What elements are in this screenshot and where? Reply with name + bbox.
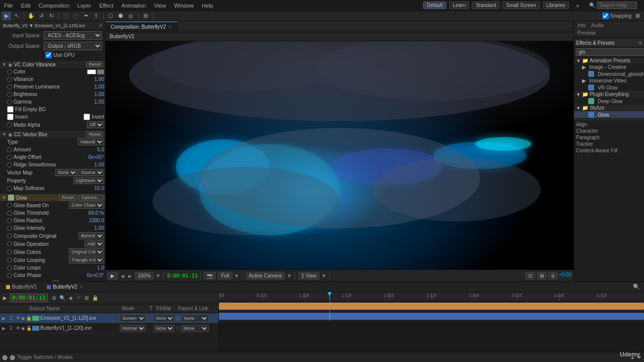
ccvb-ridge-value[interactable]: 1.00	[87, 162, 104, 167]
vc-brightness-value[interactable]: 1.00	[87, 92, 104, 97]
glow-effect-item[interactable]: Glow	[574, 111, 644, 118]
stylize-header[interactable]: ▼ 📁 Stylize	[574, 105, 644, 111]
toggle-switches-label[interactable]: Toggle Switches / Modes	[17, 354, 73, 360]
glow-thresh-value[interactable]: 60.0 %	[87, 210, 104, 216]
menu-edit[interactable]: Edit	[17, 2, 35, 10]
layer-row-2[interactable]: ▶ 2 👁 ◉ 🔓 ButterflyV1_[1-120].exr Normal	[0, 323, 218, 333]
immersive-video-item[interactable]: ▶ Immersive Video	[574, 77, 644, 84]
vc-vibrance-value[interactable]: 1.00	[87, 76, 104, 82]
camera-btn[interactable]: 📷	[204, 272, 216, 280]
glow-op-circle[interactable]	[7, 241, 12, 246]
tl-lock-icon[interactable]: 🔒	[91, 295, 99, 301]
tl-track-1[interactable]	[219, 301, 644, 311]
vr-glow-item[interactable]: VR Glow	[574, 84, 644, 91]
glow-radius-circle[interactable]	[7, 218, 12, 223]
tl-search-icon[interactable]: 🔍	[633, 284, 640, 290]
tl-shy-icon[interactable]: ♡	[75, 295, 82, 301]
glow-basedon-dropdown[interactable]: Color Channels	[69, 202, 104, 209]
ccvb-reset-btn[interactable]: Reset	[86, 131, 103, 137]
ccvb-softness-value[interactable]: 15.0	[87, 186, 104, 191]
tl-toggle-icon[interactable]: ⊞	[84, 295, 90, 301]
tl-track-2[interactable]	[219, 311, 644, 321]
menu-view[interactable]: View	[150, 2, 170, 10]
tool-redo[interactable]: ↻	[47, 12, 56, 21]
glow-phase-circle[interactable]	[7, 273, 12, 278]
align-panel-label[interactable]: Align	[576, 121, 642, 128]
layer-2-trkmat-dropdown[interactable]: None	[153, 325, 175, 332]
ccvb-softness-circle[interactable]	[7, 186, 12, 191]
layer-2-parent-link[interactable]: ⬡	[176, 326, 180, 331]
tool-light[interactable]: ⬢	[116, 12, 125, 21]
tool-arrow[interactable]: ↖	[12, 12, 21, 21]
menu-layer[interactable]: Layer	[73, 2, 96, 10]
ccvb-angle-value[interactable]: 0x+00°	[87, 154, 104, 160]
vc-vibrance-circle[interactable]	[7, 77, 12, 82]
timeline-ruler[interactable]: 0:00f 0:12f 1:00f 1:12f 2:00f 2:12f 3:00…	[219, 292, 644, 301]
layer-1-trkmat-dropdown[interactable]: None	[153, 315, 175, 322]
layer-1-solo[interactable]: ◉	[21, 316, 26, 321]
timeline-playhead[interactable]	[330, 292, 330, 301]
anim-presets-header[interactable]: ▼ 📁 Animation Presets	[574, 57, 644, 64]
glow-reset-btn[interactable]: Reset	[59, 195, 76, 201]
panel-expand-icon[interactable]: »	[572, 2, 583, 10]
info-tab[interactable]: Info	[576, 22, 588, 29]
ccvb-ridge-circle[interactable]	[7, 162, 12, 167]
paragraph-panel-label[interactable]: Paragraph	[576, 134, 642, 141]
content-aware-fill-label[interactable]: Content-Aware Fill	[576, 147, 642, 154]
layer-1-parent-dropdown[interactable]: None	[181, 315, 209, 322]
glow-op-dropdown[interactable]: Add	[85, 240, 104, 247]
vc-gamma-circle[interactable]	[7, 100, 12, 105]
layer-1-parent-link[interactable]: ⬡	[176, 316, 180, 321]
ws-standard[interactable]: Standard	[472, 2, 500, 9]
region-icon[interactable]: ⊡	[525, 272, 535, 280]
vc-preserve-circle[interactable]	[7, 84, 12, 89]
glow-intens-circle[interactable]	[7, 226, 12, 231]
glow-comp-dropdown[interactable]: Behind	[78, 232, 104, 239]
quality-btn[interactable]: Full	[218, 272, 232, 280]
tool-hand[interactable]: ✋	[27, 12, 36, 21]
ccvb-source-dropdown[interactable]: Source	[78, 169, 104, 176]
menu-window[interactable]: Window	[170, 2, 198, 10]
vc-fill-empty-cb[interactable]	[7, 106, 14, 113]
glow-loops-circle[interactable]	[7, 265, 12, 270]
tool-ellipse[interactable]: ◌	[71, 12, 80, 21]
tl-time-display[interactable]: 0:00:01:13	[10, 294, 48, 302]
tool-pen[interactable]: ✒	[82, 12, 91, 21]
effects-search-input[interactable]	[576, 48, 644, 56]
playback-next-icon[interactable]: ►	[127, 273, 133, 279]
playback-icon[interactable]: ▶	[108, 272, 118, 280]
layer-1-mode-dropdown[interactable]: Screen	[120, 315, 146, 322]
glow-loop-circle[interactable]	[7, 257, 12, 262]
glow-phase-value[interactable]: 0x+0.0°	[87, 273, 104, 278]
ccvb-angle-circle[interactable]	[7, 155, 12, 160]
tl-fps-icon[interactable]: ⧉	[51, 295, 57, 302]
vc-preserve-value[interactable]: 1.00	[87, 84, 104, 89]
use-gpu-checkbox[interactable]	[45, 52, 52, 58]
tl-bottom-icon-1[interactable]: ⬤	[2, 354, 8, 360]
vc-gamma-value[interactable]: 1.00	[87, 99, 104, 105]
view-count-btn[interactable]: 1 View	[298, 272, 319, 280]
menu-effect[interactable]: Effect	[95, 2, 117, 10]
ccvb-eye-icon[interactable]: ◉	[8, 132, 13, 137]
image-creative-item[interactable]: ▶ Image - Creative	[574, 64, 644, 70]
cc-vector-blur-header[interactable]: ▼ ◉ CC Vector Blur Reset	[0, 131, 105, 138]
tool-null[interactable]: ◎	[126, 12, 135, 21]
menu-file[interactable]: File	[0, 2, 17, 10]
glow-radius-value[interactable]: 1000.0	[87, 218, 104, 223]
ws-learn[interactable]: Learn	[449, 2, 469, 9]
ws-small-screen[interactable]: Small Screen	[503, 2, 539, 9]
vc-color-swatch2[interactable]	[97, 69, 104, 74]
tl-solo-icon[interactable]: ◈	[68, 295, 74, 301]
view-dropdown-icon[interactable]: ▼	[321, 273, 327, 279]
layer-2-lock[interactable]: 🔓	[26, 326, 31, 331]
glow-intens-value[interactable]: 1.00	[87, 225, 104, 231]
vc-color-vibrance-header[interactable]: ▼ ◉ VC Color Vibrance Reset	[0, 61, 105, 68]
vc-brightness-circle[interactable]	[7, 92, 12, 97]
layer-2-parent-dropdown[interactable]: None	[181, 325, 209, 332]
search-help-input[interactable]	[597, 2, 637, 9]
glow-basedon-circle[interactable]	[7, 203, 12, 208]
output-space-dropdown[interactable]: Output - sRGB	[44, 42, 102, 50]
tl-expand-icon[interactable]: ▶	[2, 295, 8, 301]
glow-loop-dropdown[interactable]: Triangle A>B>A	[69, 256, 104, 263]
tl-bottom-icon-2[interactable]: ⬤	[10, 354, 15, 360]
